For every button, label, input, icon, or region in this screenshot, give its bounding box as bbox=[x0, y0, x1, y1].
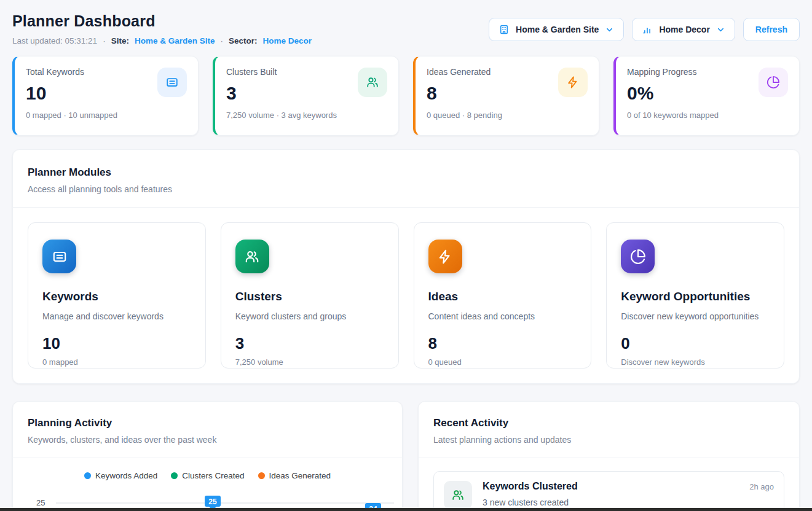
stat-card-clusters-built: Clusters Built 3 7,250 volume · 3 avg ke… bbox=[213, 56, 399, 136]
section-subtitle: Access all planning tools and features bbox=[28, 184, 784, 194]
stat-detail: 0 queued · 8 pending bbox=[427, 111, 588, 120]
module-title: Keyword Opportunities bbox=[621, 290, 770, 303]
y-axis-tick: 25 bbox=[36, 498, 45, 507]
pie-chart-icon bbox=[621, 240, 655, 273]
module-value: 0 bbox=[621, 334, 770, 353]
chevron-down-icon bbox=[716, 25, 725, 34]
recent-activity-header: Recent Activity Latest planning actions … bbox=[419, 402, 799, 458]
stat-card-ideas-generated: Ideas Generated 8 0 queued · 8 pending bbox=[413, 56, 599, 136]
legend-item-ideas-generated: Ideas Generated bbox=[258, 471, 331, 480]
header-left: Planner Dashboard Last updated: 05:31:21… bbox=[12, 12, 312, 45]
list-icon bbox=[157, 68, 187, 97]
separator-dot: · bbox=[220, 36, 223, 45]
separator-dot: · bbox=[103, 36, 106, 45]
modules-grid: Keywords Manage and discover keywords 10… bbox=[13, 208, 799, 383]
recent-activity-card: Recent Activity Latest planning actions … bbox=[418, 401, 800, 511]
planner-dashboard-page: Planner Dashboard Last updated: 05:31:21… bbox=[0, 0, 812, 511]
legend-item-clusters-created: Clusters Created bbox=[171, 471, 244, 480]
module-description: Content ideas and concepts bbox=[428, 311, 577, 321]
zap-icon bbox=[558, 68, 588, 97]
page-header: Planner Dashboard Last updated: 05:31:21… bbox=[12, 0, 800, 45]
section-title: Planner Modules bbox=[28, 166, 784, 179]
section-title: Planning Activity bbox=[28, 417, 387, 429]
section-title: Recent Activity bbox=[433, 417, 784, 429]
module-title: Ideas bbox=[428, 290, 577, 303]
stat-detail: 0 mapped · 10 unmapped bbox=[26, 111, 187, 120]
sector-selector-dropdown[interactable]: Home Decor bbox=[632, 18, 735, 41]
chevron-down-icon bbox=[605, 25, 614, 34]
legend-item-keywords-added: Keywords Added bbox=[84, 471, 157, 480]
users-icon bbox=[444, 481, 472, 509]
activity-item-title: Keywords Clustered bbox=[483, 481, 578, 492]
divider bbox=[419, 458, 799, 458]
module-detail: Discover new keywords bbox=[621, 357, 770, 367]
users-icon bbox=[358, 68, 387, 97]
module-value: 3 bbox=[235, 334, 384, 353]
module-card-keyword-opportunities[interactable]: Keyword Opportunities Discover new keywo… bbox=[606, 222, 784, 369]
last-updated-text: Last updated: 05:31:21 bbox=[12, 36, 97, 45]
planner-modules-header: Planner Modules Access all planning tool… bbox=[13, 150, 799, 207]
refresh-button[interactable]: Refresh bbox=[743, 18, 800, 41]
module-description: Discover new keyword opportunities bbox=[621, 311, 770, 321]
legend-label: Ideas Generated bbox=[269, 471, 331, 480]
stat-card-total-keywords: Total Keywords 10 0 mapped · 10 unmapped bbox=[12, 56, 199, 136]
sector-selector-label: Home Decor bbox=[659, 25, 709, 34]
module-value: 10 bbox=[42, 334, 191, 353]
module-detail: 0 mapped bbox=[42, 357, 191, 367]
module-card-ideas[interactable]: Ideas Content ideas and concepts 8 0 que… bbox=[414, 222, 592, 369]
list-icon bbox=[42, 240, 76, 273]
bottom-row: Planning Activity Keywords, clusters, an… bbox=[12, 401, 800, 511]
chart-legend: Keywords Added Clusters Created Ideas Ge… bbox=[13, 471, 402, 480]
module-title: Clusters bbox=[235, 290, 384, 303]
pie-chart-icon bbox=[759, 68, 788, 97]
module-title: Keywords bbox=[42, 290, 191, 303]
site-selector-dropdown[interactable]: Home & Garden Site bbox=[489, 18, 624, 41]
refresh-button-label: Refresh bbox=[755, 25, 787, 34]
section-subtitle: Keywords, clusters, and ideas over the p… bbox=[28, 435, 387, 445]
sector-label: Sector: bbox=[229, 36, 258, 45]
activity-item-title-row: Keywords Clustered 2h ago bbox=[483, 481, 774, 492]
zap-icon bbox=[428, 240, 462, 273]
legend-label: Keywords Added bbox=[95, 471, 157, 480]
planning-activity-header: Planning Activity Keywords, clusters, an… bbox=[13, 402, 402, 458]
planning-activity-card: Planning Activity Keywords, clusters, an… bbox=[12, 401, 403, 511]
module-card-clusters[interactable]: Clusters Keyword clusters and groups 3 7… bbox=[221, 222, 399, 369]
window-bottom-edge bbox=[0, 508, 812, 511]
site-label: Site: bbox=[111, 36, 129, 45]
svg-text:25: 25 bbox=[208, 497, 217, 506]
building-icon bbox=[499, 24, 510, 35]
module-value: 8 bbox=[428, 334, 577, 353]
planner-modules-panel: Planner Modules Access all planning tool… bbox=[12, 149, 800, 384]
sector-link[interactable]: Home Decor bbox=[262, 36, 312, 45]
stat-card-mapping-progress: Mapping Progress 0% 0 of 10 keywords map… bbox=[613, 56, 800, 136]
divider bbox=[13, 458, 402, 458]
activity-item-description: 3 new clusters created bbox=[483, 497, 774, 507]
stats-row: Total Keywords 10 0 mapped · 10 unmapped… bbox=[12, 56, 800, 136]
site-link[interactable]: Home & Garden Site bbox=[135, 36, 215, 45]
activity-item-body: Keywords Clustered 2h ago 3 new clusters… bbox=[483, 481, 774, 507]
breadcrumb: Last updated: 05:31:21 · Site: Home & Ga… bbox=[12, 36, 312, 45]
toolbar: Home & Garden Site Home Decor Refresh bbox=[489, 12, 800, 41]
page-title: Planner Dashboard bbox=[12, 12, 312, 30]
module-detail: 7,250 volume bbox=[235, 357, 384, 367]
module-card-keywords[interactable]: Keywords Manage and discover keywords 10… bbox=[28, 222, 206, 369]
module-description: Keyword clusters and groups bbox=[235, 311, 384, 321]
module-detail: 0 queued bbox=[428, 357, 577, 367]
users-icon bbox=[235, 240, 269, 273]
section-subtitle: Latest planning actions and updates bbox=[433, 435, 784, 445]
activity-list-item[interactable]: Keywords Clustered 2h ago 3 new clusters… bbox=[433, 471, 784, 511]
bar-chart-icon bbox=[642, 24, 653, 35]
stat-detail: 0 of 10 keywords mapped bbox=[627, 111, 788, 120]
site-selector-label: Home & Garden Site bbox=[516, 25, 599, 34]
legend-dot-icon bbox=[258, 472, 265, 479]
legend-dot-icon bbox=[84, 472, 91, 479]
module-description: Manage and discover keywords bbox=[42, 311, 191, 321]
activity-item-timestamp: 2h ago bbox=[749, 482, 774, 491]
legend-dot-icon bbox=[171, 472, 178, 479]
legend-label: Clusters Created bbox=[182, 471, 244, 480]
stat-detail: 7,250 volume · 3 avg keywords bbox=[226, 111, 387, 120]
